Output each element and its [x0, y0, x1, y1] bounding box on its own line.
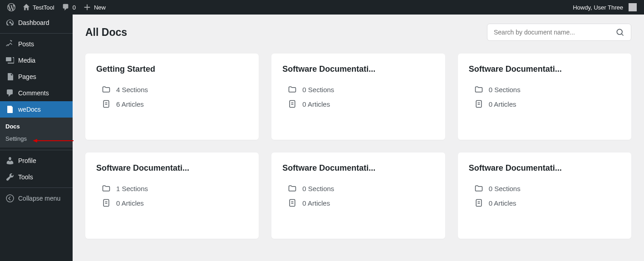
document-icon — [474, 198, 483, 207]
sidebar-item-label: Dashboard — [18, 19, 49, 26]
comment-count: 0 — [73, 4, 76, 11]
sidebar-item-tools[interactable]: Tools — [0, 169, 73, 185]
wedocs-icon — [5, 105, 15, 114]
wp-logo[interactable] — [4, 0, 19, 15]
pin-icon — [5, 39, 15, 49]
doc-card[interactable]: Software Documentati... 0 Sections 0 Art… — [458, 153, 631, 239]
doc-card-title: Software Documentati... — [469, 163, 620, 173]
plus-icon — [83, 3, 91, 11]
docs-grid: Getting Started 4 Sections 6 Articles So… — [85, 54, 631, 239]
document-icon — [102, 198, 111, 207]
svg-rect-20 — [476, 200, 482, 207]
sidebar-item-profile[interactable]: Profile — [0, 153, 73, 169]
doc-card-title: Getting Started — [96, 64, 248, 74]
folder-icon — [288, 184, 297, 193]
doc-card-sections: 0 Sections — [282, 85, 434, 94]
page-title: All Docs — [85, 26, 127, 39]
search-box[interactable] — [487, 24, 631, 41]
new-label: New — [94, 4, 106, 11]
sidebar-item-media[interactable]: Media — [0, 52, 73, 69]
search-input[interactable] — [494, 29, 611, 36]
admin-sidebar: Dashboard Posts Media Pages Comments weD… — [0, 15, 73, 261]
sections-text: 0 Sections — [302, 86, 334, 94]
sidebar-item-wedocs[interactable]: weDocs — [0, 101, 73, 118]
tools-icon — [5, 172, 15, 182]
doc-card[interactable]: Getting Started 4 Sections 6 Articles — [85, 54, 259, 140]
svg-point-3 — [617, 29, 622, 34]
sidebar-item-pages[interactable]: Pages — [0, 69, 73, 85]
doc-card-articles: 0 Articles — [96, 198, 248, 207]
profile-icon — [5, 156, 15, 165]
document-icon — [288, 99, 297, 108]
sidebar-item-collapse[interactable]: Collapse menu — [0, 190, 73, 207]
doc-card-sections: 0 Sections — [469, 184, 620, 193]
greeting-text: Howdy, User Three — [573, 4, 623, 11]
doc-card-articles: 0 Articles — [469, 99, 620, 108]
sidebar-item-label: Collapse menu — [18, 195, 60, 202]
sections-text: 0 Sections — [489, 185, 521, 192]
sidebar-item-label: weDocs — [18, 106, 41, 113]
doc-card-title: Software Documentati... — [282, 163, 434, 173]
sidebar-item-comments[interactable]: Comments — [0, 85, 73, 101]
doc-card[interactable]: Software Documentati... 0 Sections 0 Art… — [458, 54, 631, 140]
doc-card[interactable]: Software Documentati... 1 Sections 0 Art… — [85, 153, 259, 239]
sidebar-sub-settings[interactable]: Settings — [0, 133, 73, 145]
document-icon — [102, 99, 111, 108]
document-icon — [288, 198, 297, 207]
site-name: TestTool — [33, 4, 54, 11]
doc-card-title: Software Documentati... — [96, 163, 248, 173]
main-content: All Docs Getting Started 4 Sections 6 Ar… — [73, 15, 644, 261]
site-name-link[interactable]: TestTool — [19, 0, 58, 15]
doc-card-sections: 0 Sections — [282, 184, 434, 193]
folder-icon — [474, 85, 483, 94]
articles-text: 6 Articles — [116, 100, 144, 108]
doc-card[interactable]: Software Documentati... 0 Sections 0 Art… — [271, 153, 445, 239]
sections-text: 0 Sections — [489, 86, 521, 94]
new-link[interactable]: New — [79, 0, 109, 15]
doc-card-sections: 1 Sections — [96, 184, 248, 193]
sidebar-item-label: Media — [18, 57, 35, 64]
media-icon — [5, 56, 15, 65]
sections-text: 4 Sections — [116, 86, 148, 94]
collapse-icon — [5, 194, 15, 203]
doc-card-sections: 0 Sections — [469, 85, 620, 94]
document-icon — [474, 99, 483, 108]
svg-point-0 — [6, 195, 14, 202]
folder-icon — [288, 85, 297, 94]
comments-icon — [5, 89, 15, 98]
articles-text: 0 Articles — [302, 100, 330, 108]
sidebar-submenu: Docs Settings — [0, 118, 73, 148]
doc-card-articles: 0 Articles — [282, 99, 434, 108]
sidebar-item-label: Comments — [18, 89, 49, 97]
svg-rect-17 — [290, 200, 295, 207]
doc-card-title: Software Documentati... — [282, 64, 434, 74]
user-greeting[interactable]: Howdy, User Three — [569, 0, 640, 15]
admin-bar: TestTool 0 New Howdy, User Three — [0, 0, 644, 15]
articles-text: 0 Articles — [489, 199, 516, 207]
sidebar-item-dashboard[interactable]: Dashboard — [0, 15, 73, 31]
svg-rect-11 — [476, 101, 482, 108]
svg-line-4 — [622, 34, 624, 36]
dashboard-icon — [5, 18, 15, 27]
sections-text: 0 Sections — [302, 185, 334, 192]
folder-icon — [102, 85, 111, 94]
doc-card-sections: 4 Sections — [96, 85, 248, 94]
svg-rect-5 — [103, 101, 109, 108]
articles-text: 0 Articles — [302, 199, 330, 207]
page-icon — [5, 72, 15, 81]
home-icon — [23, 4, 30, 11]
sidebar-item-label: Pages — [18, 73, 36, 80]
svg-rect-14 — [103, 200, 109, 207]
comments-link[interactable]: 0 — [58, 0, 79, 15]
doc-card[interactable]: Software Documentati... 0 Sections 0 Art… — [271, 54, 445, 140]
comment-icon — [62, 3, 70, 11]
sidebar-item-posts[interactable]: Posts — [0, 36, 73, 52]
folder-icon — [474, 184, 483, 193]
sidebar-sub-docs[interactable]: Docs — [0, 120, 73, 133]
sidebar-item-label: Posts — [18, 40, 34, 48]
wordpress-icon — [7, 3, 15, 11]
sidebar-item-label: Profile — [18, 157, 36, 164]
doc-card-articles: 0 Articles — [282, 198, 434, 207]
svg-rect-8 — [290, 101, 295, 108]
avatar — [629, 3, 637, 11]
